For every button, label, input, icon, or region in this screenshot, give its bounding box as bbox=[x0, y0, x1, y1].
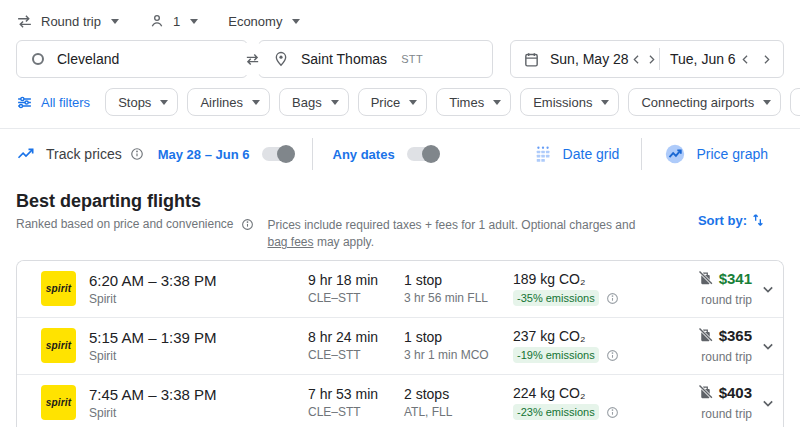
price-qualifier: round trip bbox=[677, 293, 752, 307]
info-icon[interactable] bbox=[130, 147, 144, 161]
origin-input[interactable]: Cleveland bbox=[16, 40, 248, 78]
duration-cell: 7 hr 53 min CLE–STT bbox=[308, 386, 404, 419]
pill-label: Stops bbox=[118, 95, 151, 110]
sort-by-button[interactable]: Sort by: bbox=[692, 211, 772, 229]
price-qualifier: round trip bbox=[677, 407, 752, 421]
chevron-down-icon bbox=[409, 100, 417, 105]
expand-cell bbox=[752, 275, 783, 303]
origin-circle-icon bbox=[31, 52, 45, 66]
duration-cell: 8 hr 24 min CLE–STT bbox=[308, 329, 404, 362]
duration-cell: 9 hr 18 min CLE–STT bbox=[308, 272, 404, 305]
info-icon[interactable] bbox=[606, 406, 619, 419]
trip-type-selector[interactable]: Round trip bbox=[16, 13, 119, 30]
expand-flight-button[interactable] bbox=[754, 275, 782, 303]
expand-flight-button[interactable] bbox=[754, 332, 782, 360]
flight-duration: 9 hr 18 min bbox=[308, 272, 404, 288]
date-range-picker[interactable]: Sun, May 28 Tue, Jun 6 bbox=[510, 40, 784, 78]
no-carry-on-bag-icon bbox=[697, 270, 714, 287]
stops-detail: ATL, FLL bbox=[404, 405, 513, 419]
filter-pill-times[interactable]: Times bbox=[436, 88, 511, 116]
flight-row[interactable]: spirit 6:20 AM – 3:38 PM Spirit 9 hr 18 … bbox=[17, 261, 783, 318]
return-date-section: Tue, Jun 6 bbox=[662, 46, 777, 72]
swap-airports-button[interactable] bbox=[235, 42, 269, 76]
return-prev-day-button[interactable] bbox=[736, 46, 757, 72]
price-value: $403 bbox=[719, 384, 752, 401]
price-disclaimer: Prices include required taxes + fees for… bbox=[268, 217, 640, 252]
price-graph-button[interactable]: Price graph bbox=[648, 143, 784, 165]
any-dates-toggle[interactable] bbox=[407, 147, 437, 161]
filter-pill-connecting-airports[interactable]: Connecting airports bbox=[628, 88, 781, 116]
chevron-down-icon bbox=[758, 336, 778, 356]
results-section: Best departing flights Ranked based on p… bbox=[0, 179, 800, 427]
price-cell: $365 round trip bbox=[677, 327, 752, 364]
view-options-group: Date grid Price graph bbox=[517, 138, 784, 170]
expand-cell bbox=[752, 332, 783, 360]
price-value: $341 bbox=[719, 270, 752, 287]
chevron-down-icon bbox=[493, 100, 501, 105]
chevron-down-icon bbox=[763, 100, 771, 105]
date-grid-label: Date grid bbox=[563, 146, 620, 162]
emissions-cell: 237 kg CO₂ -19% emissions bbox=[513, 328, 677, 363]
chevron-left-icon bbox=[629, 52, 644, 67]
chevron-down-icon bbox=[160, 100, 168, 105]
filter-pill-emissions[interactable]: Emissions bbox=[520, 88, 619, 116]
filter-pill-duration[interactable]: Duration bbox=[790, 88, 800, 116]
pill-label: Emissions bbox=[533, 95, 592, 110]
filter-pill-price[interactable]: Price bbox=[358, 88, 428, 116]
chevron-down-icon bbox=[601, 100, 609, 105]
track-dates-toggle[interactable] bbox=[262, 147, 292, 161]
emissions-badge: -35% emissions bbox=[513, 290, 599, 306]
toggle-knob bbox=[277, 145, 295, 163]
vertical-divider bbox=[312, 138, 313, 170]
price-disclaimer-text: may apply. bbox=[314, 235, 374, 249]
filter-pill-airlines[interactable]: Airlines bbox=[187, 88, 270, 116]
filter-pill-stops[interactable]: Stops bbox=[105, 88, 178, 116]
destination-input[interactable]: Saint Thomas STT bbox=[258, 40, 493, 78]
departure-next-day-button[interactable] bbox=[644, 46, 659, 72]
passenger-selector[interactable]: 1 bbox=[149, 13, 198, 29]
departure-date-section: Sun, May 28 bbox=[550, 46, 657, 72]
chevron-down-icon bbox=[331, 100, 339, 105]
flight-row[interactable]: spirit 5:15 AM – 1:39 PM Spirit 8 hr 24 … bbox=[17, 318, 783, 375]
times-cell: 7:45 AM – 3:38 PM Spirit bbox=[89, 386, 308, 420]
round-trip-swap-icon bbox=[16, 13, 33, 30]
flight-row[interactable]: spirit 7:45 AM – 3:38 PM Spirit 7 hr 53 … bbox=[17, 375, 783, 427]
info-icon[interactable] bbox=[606, 292, 619, 305]
bag-fees-link[interactable]: bag fees bbox=[268, 235, 314, 249]
departure-prev-day-button[interactable] bbox=[629, 46, 644, 72]
flight-times: 6:20 AM – 3:38 PM bbox=[89, 272, 308, 289]
chevron-right-icon bbox=[759, 52, 774, 67]
info-icon[interactable] bbox=[606, 349, 619, 362]
origin-value: Cleveland bbox=[57, 51, 119, 67]
location-pin-icon bbox=[273, 51, 289, 67]
all-filters-button[interactable]: All filters bbox=[16, 94, 90, 111]
airline-logo-text: spirit bbox=[46, 340, 72, 351]
date-grid-button[interactable]: Date grid bbox=[517, 144, 636, 164]
cabin-class-selector[interactable]: Economy bbox=[228, 14, 300, 29]
ranked-note: Ranked based on price and convenience bbox=[16, 217, 254, 231]
airline-name: Spirit bbox=[89, 349, 308, 363]
expand-cell bbox=[752, 389, 783, 417]
return-date[interactable]: Tue, Jun 6 bbox=[670, 51, 736, 67]
airline-logo-text: spirit bbox=[46, 397, 72, 408]
chevron-down-icon bbox=[292, 19, 300, 24]
date-divider bbox=[659, 48, 660, 70]
date-grid-icon bbox=[533, 144, 553, 164]
chevron-down-icon bbox=[111, 19, 119, 24]
cabin-class-label: Economy bbox=[228, 14, 282, 29]
flight-times: 5:15 AM – 1:39 PM bbox=[89, 329, 308, 346]
chevron-down-icon bbox=[758, 393, 778, 413]
departure-date[interactable]: Sun, May 28 bbox=[550, 51, 629, 67]
no-carry-on-bag-icon bbox=[697, 327, 714, 344]
filters-row: All filters Stops Airlines Bags Price Ti… bbox=[16, 88, 784, 116]
destination-code: STT bbox=[401, 53, 423, 65]
info-icon[interactable] bbox=[241, 218, 254, 231]
expand-flight-button[interactable] bbox=[754, 389, 782, 417]
filter-pill-bags[interactable]: Bags bbox=[279, 88, 349, 116]
emissions-badge: -23% emissions bbox=[513, 404, 599, 420]
emissions-cell: 189 kg CO₂ -35% emissions bbox=[513, 271, 677, 306]
pill-label: Price bbox=[371, 95, 401, 110]
track-prices-label: Track prices bbox=[46, 146, 122, 162]
price-disclaimer-text: Prices include required taxes + fees for… bbox=[268, 218, 636, 232]
return-next-day-button[interactable] bbox=[756, 46, 777, 72]
